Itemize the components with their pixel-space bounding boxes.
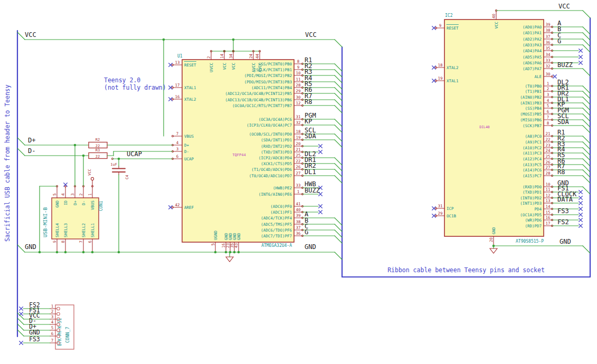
bus-entry bbox=[17, 148, 25, 156]
pin-name: (PDO/MISO/PCINT3)PB3 bbox=[244, 80, 292, 84]
pin-number: 43 bbox=[234, 243, 239, 248]
bus-entry bbox=[17, 32, 25, 40]
pin-number: 26 bbox=[545, 160, 551, 165]
pin-number: 15 bbox=[545, 210, 550, 215]
net-label: UCAP bbox=[127, 150, 142, 158]
pin-number: 9 bbox=[297, 65, 300, 70]
net-label: KP bbox=[305, 118, 312, 125]
pin-number: 39 bbox=[296, 213, 300, 218]
pin-name: UCAP bbox=[184, 157, 194, 161]
bus-entry bbox=[583, 114, 590, 121]
pin-number: 6 bbox=[176, 154, 179, 159]
pin-number: 16 bbox=[545, 215, 551, 220]
component-ref: CON1 bbox=[99, 201, 103, 211]
pin-number: 1 bbox=[88, 193, 92, 196]
pin-name: D+ bbox=[73, 200, 78, 206]
bus-entry bbox=[335, 230, 342, 237]
bus-entry bbox=[583, 126, 590, 133]
annotation-text: Ribbon cable between Teensy pins and soc… bbox=[387, 266, 545, 274]
pin-name: (AD2)PA2 bbox=[523, 37, 542, 42]
net-label: VCC bbox=[88, 169, 92, 176]
pin-number: 7 bbox=[547, 115, 549, 120]
junction-dot bbox=[56, 251, 59, 254]
pin-name: D- bbox=[184, 149, 189, 154]
bus-entry bbox=[583, 187, 590, 194]
pin-number: 4 bbox=[176, 140, 179, 145]
pin-name: (ICP3/CLK0/OC4A)PC7 bbox=[247, 123, 292, 128]
net-label: SDA bbox=[305, 132, 316, 140]
pin-name: (ADC6/TDO)PF6 bbox=[261, 228, 292, 233]
schematic-canvas: U1ATMEGA32U4-ATQFP44VCCVCC2UVCC14VCC34VC… bbox=[0, 0, 597, 364]
bus-entry bbox=[583, 27, 590, 34]
net-label: GND bbox=[29, 329, 40, 336]
pin-name: (PDI/MOSI/PCINT2)PB2 bbox=[244, 73, 292, 78]
pin-name: (AIN1)PB3 bbox=[520, 101, 542, 106]
pin-number: 4 bbox=[547, 98, 549, 103]
junction-dot bbox=[82, 251, 85, 254]
bus-entry bbox=[335, 176, 342, 183]
pin-name: (A11)PC3 bbox=[523, 151, 542, 156]
pin-name: (ADC4/TCK)PF4 bbox=[261, 216, 292, 221]
pin-number: 41 bbox=[296, 202, 300, 206]
pin-number: 6 bbox=[88, 241, 92, 243]
pin-name: (OC0A/OC1C/RTS/PCINT7)PB7 bbox=[232, 103, 292, 108]
pin-name: UGND bbox=[213, 230, 218, 240]
pin-name: XTAL1 bbox=[184, 85, 196, 90]
net-label: VCC bbox=[305, 31, 317, 39]
pin-number: 11 bbox=[296, 77, 300, 82]
net-label: FS3 bbox=[29, 336, 40, 343]
pin-name: (ADC11/PCINT4)PB4 bbox=[251, 85, 292, 90]
pin-number: 25 bbox=[545, 154, 550, 159]
net-label: FS2 bbox=[557, 218, 569, 226]
pin-name: (TXD)PD1 bbox=[523, 190, 542, 195]
bus-entry bbox=[335, 82, 342, 89]
bus-entry bbox=[335, 140, 342, 147]
pin-number: 31 bbox=[296, 114, 300, 119]
pin-name: RESET bbox=[184, 63, 196, 68]
net-label: VCC bbox=[25, 31, 36, 39]
pin-number: 29 bbox=[438, 211, 442, 216]
pin-name: (AD4)PA4 bbox=[523, 49, 542, 53]
pin-number: 29 bbox=[296, 89, 300, 93]
pin-name: ICP bbox=[447, 206, 454, 211]
pin-name: (MISO)PB6 bbox=[520, 118, 542, 122]
pin-name: (AD0)PA0 bbox=[523, 25, 542, 30]
net-label: R8 bbox=[305, 98, 312, 106]
junction-dot bbox=[229, 251, 232, 254]
pin-name: (A10)PC2 bbox=[523, 146, 542, 150]
pin-name: (SCK)PB7 bbox=[523, 123, 542, 128]
pin-number: 10 bbox=[545, 182, 551, 187]
pin-name: (ADC1)PF1 bbox=[270, 210, 292, 215]
net-label: GND bbox=[560, 238, 571, 245]
pin-number: 16 bbox=[175, 94, 180, 99]
pin-name: (A9)PC1 bbox=[525, 140, 542, 145]
pin-name: VCC bbox=[231, 63, 236, 70]
pin-name: (T1)PB1 bbox=[525, 89, 542, 94]
pin-name: (AD7)PA7 bbox=[523, 66, 542, 71]
pin-name: (A15)PC7 bbox=[523, 174, 542, 178]
pin-name: GND bbox=[491, 227, 496, 234]
pin-name: GND bbox=[55, 200, 60, 208]
net-label: BUZZ bbox=[305, 187, 320, 194]
component-ref: IC2 bbox=[445, 13, 453, 18]
pin-number: 17 bbox=[175, 83, 179, 88]
bus-entry bbox=[583, 120, 590, 127]
net-label: G bbox=[557, 37, 561, 45]
bus-entry bbox=[583, 136, 590, 143]
pin-name: (OC0B/SCL/INT0)PD0 bbox=[249, 132, 292, 137]
pin-number: 44 bbox=[255, 53, 260, 59]
pin-number: 20 bbox=[296, 141, 301, 146]
pin-number: 2 bbox=[51, 309, 54, 314]
annotation-text: Sacrificial USB cable from header to Tee… bbox=[4, 84, 11, 242]
bus-entry bbox=[335, 75, 342, 83]
pin-number: 34 bbox=[545, 52, 551, 57]
pin-number: 5 bbox=[547, 103, 549, 108]
junction-dot bbox=[39, 251, 41, 254]
pin-number: 42 bbox=[175, 203, 179, 207]
gnd-symbol-icon bbox=[490, 248, 497, 253]
pin-number: 6 bbox=[547, 109, 549, 114]
bus-entry bbox=[17, 318, 24, 324]
pin-name: (ADC5/TMS)PF5 bbox=[261, 222, 292, 227]
net-label: GND bbox=[25, 243, 36, 251]
bus-entry bbox=[335, 169, 342, 177]
